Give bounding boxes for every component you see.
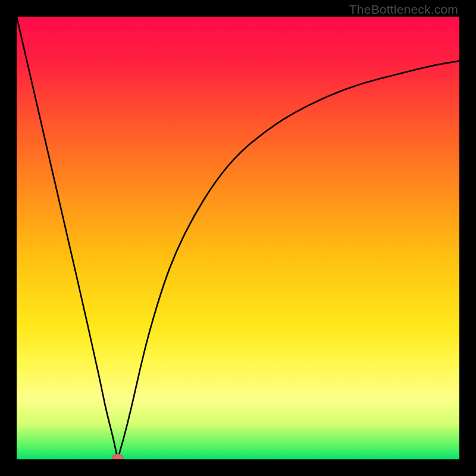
svg-rect-0	[17, 17, 459, 459]
watermark-text: TheBottleneck.com	[349, 2, 458, 17]
gradient-background	[17, 17, 459, 459]
plot-area	[17, 17, 459, 459]
chart-frame: TheBottleneck.com	[0, 0, 476, 476]
